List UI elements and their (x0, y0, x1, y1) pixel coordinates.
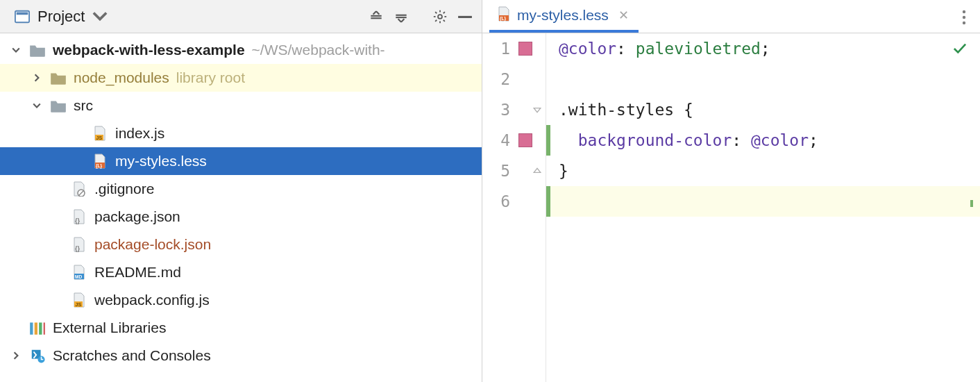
editor-tab-more-icon[interactable] (955, 6, 973, 33)
svg-line-9 (435, 19, 437, 21)
tree-label: External Libraries (53, 319, 166, 336)
tree-label: my-styles.less (115, 153, 207, 169)
expand-all-icon[interactable] (366, 7, 386, 26)
hide-panel-icon[interactable] (455, 7, 475, 26)
folder-icon (47, 70, 69, 85)
inspection-ok-icon[interactable] (952, 40, 968, 58)
tree-node-gitignore[interactable]: .gitignore (0, 175, 482, 203)
code-line-5[interactable]: } (546, 156, 980, 186)
tree-label: webpack-with-less-example (53, 42, 245, 58)
tree-node-external-libraries[interactable]: External Libraries (0, 314, 482, 342)
json-file-icon: {} (68, 209, 90, 224)
tree-node-webpack-config[interactable]: JS webpack.config.js (0, 286, 482, 314)
svg-line-7 (435, 12, 437, 13)
external-libraries-icon (26, 320, 49, 335)
line-number: 1 (487, 40, 510, 58)
tree-node-index-js[interactable]: JS index.js (0, 119, 482, 147)
tree-node-package-json[interactable]: {} package.json (0, 203, 482, 231)
chevron-down-icon[interactable] (31, 99, 43, 112)
tree-label: Scratches and Consoles (53, 347, 211, 364)
vcs-change-marker[interactable] (546, 186, 550, 217)
close-tab-icon[interactable]: ✕ (618, 8, 629, 23)
tree-label: README.md (94, 264, 181, 281)
line-number: 4 (487, 131, 510, 149)
color-swatch-icon[interactable] (518, 42, 532, 56)
line-number: 2 (487, 70, 510, 88)
folder-icon (26, 42, 49, 58)
line-number: 3 (487, 101, 510, 119)
svg-text:{}: {} (75, 217, 81, 224)
editor: {L} my-styles.less ✕ 1 2 3 4 5 6 (482, 0, 980, 382)
tree-node-readme[interactable]: MD README.md (0, 258, 482, 286)
svg-text:JS: JS (96, 135, 103, 140)
project-view-dropdown[interactable] (90, 7, 110, 26)
tree-aux-label: library root (176, 69, 245, 86)
chevron-right-icon[interactable] (10, 349, 22, 362)
svg-text:JS: JS (76, 302, 82, 307)
editor-tab-bar: {L} my-styles.less ✕ (482, 0, 980, 33)
tree-label: webpack.config.js (94, 292, 210, 308)
tree-label: package-lock.json (94, 236, 211, 253)
fold-end-icon[interactable] (533, 167, 543, 175)
tree-node-src[interactable]: src (0, 92, 482, 119)
tree-node-my-styles-less[interactable]: {L} my-styles.less (0, 147, 482, 175)
code-line-4[interactable]: background-color: @color; (546, 125, 980, 156)
error-stripe-marker[interactable] (970, 200, 973, 207)
editor-gutter[interactable]: 1 2 3 4 5 6 (482, 33, 546, 382)
tree-node-node-modules[interactable]: node_modules library root (0, 64, 482, 92)
tree-label: package.json (94, 208, 180, 225)
svg-rect-26 (39, 322, 42, 334)
code-area[interactable]: @color: palevioletred; .with-styles { ba… (546, 33, 980, 382)
tree-node-scratches[interactable]: Scratches and Consoles (0, 342, 482, 369)
json-file-icon: {} (68, 237, 90, 252)
chevron-right-icon[interactable] (31, 72, 43, 84)
editor-tab-my-styles[interactable]: {L} my-styles.less ✕ (489, 1, 639, 33)
code-line-2[interactable] (546, 64, 980, 94)
folder-icon (47, 98, 69, 113)
svg-point-33 (963, 16, 965, 19)
collapse-all-icon[interactable] (391, 7, 411, 26)
project-tool-window: Project webpack-with-less- (0, 0, 482, 382)
svg-text:MD: MD (75, 274, 82, 279)
svg-text:{}: {} (75, 245, 81, 252)
tree-node-project-root[interactable]: webpack-with-less-example ~/WS/webpack-w… (0, 36, 482, 64)
settings-gear-icon[interactable] (430, 7, 450, 26)
project-tree[interactable]: webpack-with-less-example ~/WS/webpack-w… (0, 33, 482, 382)
tree-label: node_modules (74, 69, 169, 86)
code-line-6[interactable] (546, 186, 980, 217)
js-file-icon: JS (89, 126, 111, 141)
svg-rect-1 (17, 12, 28, 15)
color-swatch-icon[interactable] (518, 133, 532, 147)
scratches-icon (26, 348, 49, 363)
tree-node-package-lock-json[interactable]: {} package-lock.json (0, 231, 482, 258)
svg-text:{L}: {L} (500, 16, 507, 22)
svg-point-2 (438, 15, 442, 19)
less-file-icon: {L} (89, 153, 111, 169)
svg-line-8 (443, 19, 445, 21)
fold-start-icon[interactable] (533, 106, 543, 114)
line-number: 6 (487, 192, 510, 210)
svg-rect-25 (35, 322, 37, 334)
markdown-file-icon: MD (68, 265, 90, 280)
js-file-icon: JS (68, 292, 90, 308)
svg-rect-27 (44, 322, 45, 334)
tree-root-path: ~/WS/webpack-with- (252, 42, 385, 58)
tree-label: src (74, 97, 93, 114)
less-file-icon: {L} (496, 6, 512, 25)
tree-label: .gitignore (94, 181, 154, 197)
code-line-1[interactable]: @color: palevioletred; (546, 33, 980, 64)
project-panel-header: Project (0, 0, 482, 33)
tree-label: index.js (115, 125, 164, 142)
svg-rect-24 (30, 322, 33, 334)
chevron-down-icon[interactable] (10, 44, 22, 56)
code-line-3[interactable]: .with-styles { (546, 94, 980, 125)
svg-text:{L}: {L} (96, 163, 103, 169)
svg-point-34 (963, 22, 965, 24)
project-panel-title: Project (37, 8, 85, 26)
vcs-change-marker[interactable] (546, 125, 550, 156)
project-window-icon (12, 7, 32, 26)
svg-point-32 (963, 10, 965, 13)
line-number: 5 (487, 162, 510, 180)
editor-tab-label: my-styles.less (517, 7, 609, 24)
svg-line-10 (443, 12, 445, 13)
